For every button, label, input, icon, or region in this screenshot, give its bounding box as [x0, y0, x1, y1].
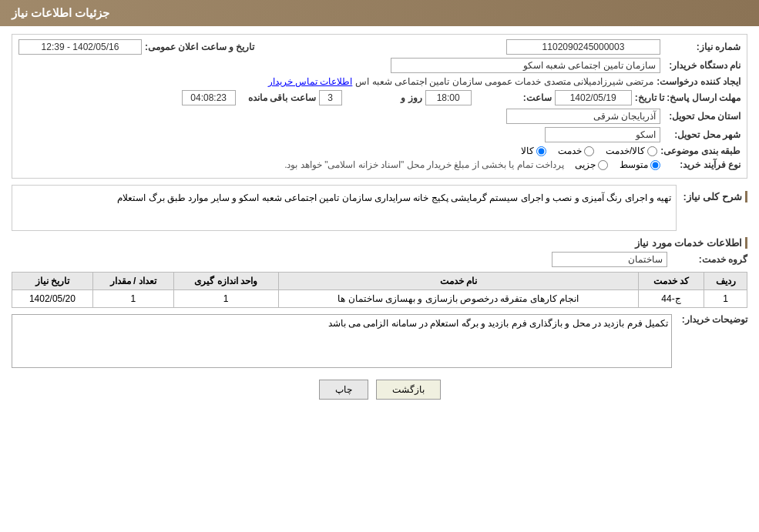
info-section: شماره نیاز: 1102090245000003 تاریخ و ساع… — [12, 34, 747, 179]
radio-jozii[interactable]: جزیی — [575, 159, 608, 170]
announce-label: تاریخ و ساعت اعلان عمومی: — [145, 42, 254, 52]
row-purchase-type: نوع فرآیند خرید: متوسط جزیی پرداخت تمام … — [18, 159, 741, 170]
services-title: اطلاعات خدمات مورد نیاز — [12, 237, 747, 249]
radio-kala[interactable]: کالا — [521, 146, 546, 156]
category-radios: کالا/خدمت خدمت کالا — [521, 146, 657, 156]
row-deadline: مهلت ارسال پاسخ: تا تاریخ: 1402/05/19 سا… — [18, 90, 741, 105]
need-number-label: شماره نیاز: — [663, 42, 741, 52]
city-label: شهر محل تحویل: — [663, 129, 741, 140]
deadline-label: مهلت ارسال پاسخ: تا تاریخ: — [635, 92, 741, 103]
services-table: ردیف کد خدمت نام خدمت واحد اندازه گیری ت… — [12, 272, 747, 308]
page-wrapper: جزئیات اطلاعات نیاز شماره نیاز: 11020902… — [0, 0, 759, 532]
requester-value: مرتضی شیرزادمیلانی متصدی خدمات عمومی ساز… — [355, 76, 653, 87]
remaining-value: 04:08:23 — [182, 90, 236, 105]
row-category: طبقه بندی موضوعی: کالا/خدمت خدمت کالا — [18, 146, 741, 156]
purchase-radios: متوسط جزیی — [575, 159, 660, 170]
province-value: آذربایجان شرقی — [506, 109, 660, 124]
cell-name: انجام کارهای متفرقه درخصوص بازسازی و بهس… — [278, 290, 638, 308]
radio-khedmat[interactable]: خدمت — [558, 146, 594, 156]
category-label: طبقه بندی موضوعی: — [660, 146, 741, 156]
col-qty: تعداد / مقدار — [92, 273, 173, 290]
col-name: نام خدمت — [278, 273, 638, 290]
city-value: اسکو — [545, 127, 660, 142]
page-header: جزئیات اطلاعات نیاز — [0, 0, 759, 26]
radio-kala-khedmat[interactable]: کالا/خدمت — [606, 146, 657, 156]
cell-code: ج-44 — [638, 290, 704, 308]
col-code: کد خدمت — [638, 273, 704, 290]
row-buyer: نام دستگاه خریدار: سازمان تامین اجتماعی … — [18, 58, 741, 73]
deadline-date: 1402/05/19 — [555, 90, 632, 105]
print-button[interactable]: چاپ — [319, 380, 368, 400]
requester-label: ایجاد کننده درخواست: — [657, 76, 741, 87]
time-value: 18:00 — [425, 90, 472, 105]
announce-value: 1402/05/16 - 12:39 — [18, 39, 142, 55]
buyer-value: سازمان تامین اجتماعی شعبه اسکو — [391, 58, 660, 73]
description-section: شرح کلی نیاز: تهیه و اجرای رنگ آمیزی و ن… — [12, 185, 747, 231]
day-value: 3 — [319, 90, 342, 105]
purchase-type-label: نوع فرآیند خرید: — [663, 159, 741, 170]
row-city: شهر محل تحویل: اسکو — [18, 127, 741, 142]
col-date: تاریخ نیاز — [12, 273, 93, 290]
comments-box: تکمیل فرم بازدید در محل و بازگذاری فرم ب… — [12, 314, 672, 368]
remaining-label: ساعت باقی مانده — [239, 92, 316, 103]
comments-section: توضیحات خریدار: تکمیل فرم بازدید در محل … — [12, 314, 747, 368]
col-unit: واحد اندازه گیری — [173, 273, 278, 290]
description-box: تهیه و اجرای رنگ آمیزی و نصب و اجرای سیس… — [12, 185, 677, 231]
province-label: استان محل تحویل: — [663, 111, 741, 122]
row-province: استان محل تحویل: آذربایجان شرقی — [18, 109, 741, 124]
description-text: تهیه و اجرای رنگ آمیزی و نصب و اجرای سیس… — [117, 192, 671, 203]
contact-link[interactable]: اطلاعات تماس خریدار — [268, 76, 353, 87]
cell-unit: 1 — [173, 290, 278, 308]
page-title: جزئیات اطلاعات نیاز — [12, 6, 109, 19]
row-group: گروه خدمت: ساختمان — [12, 252, 747, 267]
table-row: 1 ج-44 انجام کارهای متفرقه درخصوص بازساز… — [12, 290, 747, 308]
group-value: ساختمان — [552, 252, 667, 267]
buttons-row: بازگشت چاپ — [12, 380, 747, 400]
comments-text: تکمیل فرم بازدید در محل و بازگذاری فرم ب… — [328, 318, 668, 329]
row-requester: ایجاد کننده درخواست: مرتضی شیرزادمیلانی … — [18, 76, 741, 87]
cell-rownum: 1 — [704, 290, 747, 308]
main-content: شماره نیاز: 1102090245000003 تاریخ و ساع… — [0, 26, 759, 415]
buyer-label: نام دستگاه خریدار: — [663, 60, 741, 71]
group-label: گروه خدمت: — [670, 254, 747, 265]
day-label: روز و — [345, 92, 422, 103]
services-section: اطلاعات خدمات مورد نیاز گروه خدمت: ساختم… — [12, 237, 747, 308]
row-need-number: شماره نیاز: 1102090245000003 تاریخ و ساع… — [18, 39, 741, 55]
comments-label: توضیحات خریدار: — [678, 314, 747, 325]
description-title: شرح کلی نیاز: — [683, 191, 747, 202]
cell-date: 1402/05/20 — [12, 290, 93, 308]
time-label: ساعت: — [475, 92, 552, 103]
cell-quantity: 1 — [92, 290, 173, 308]
radio-motavaset[interactable]: متوسط — [620, 159, 660, 170]
col-rownum: ردیف — [704, 273, 747, 290]
back-button[interactable]: بازگشت — [376, 380, 441, 400]
purchase-note: پرداخت تمام یا بخشی از مبلغ خریدار محل "… — [284, 159, 564, 170]
need-number-value: 1102090245000003 — [506, 39, 660, 55]
